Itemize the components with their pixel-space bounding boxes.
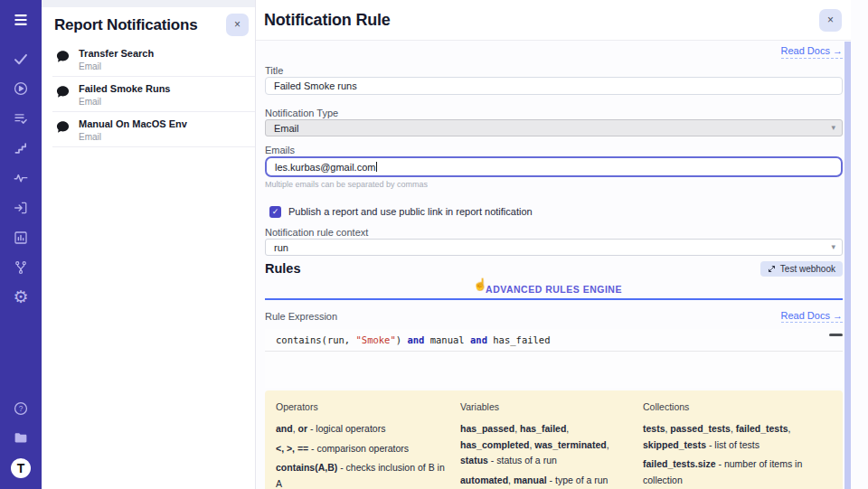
rule-panel-header: Notification Rule × — [256, 0, 851, 41]
app-sidebar: ⚙ ? T — [0, 0, 42, 489]
branch-icon[interactable] — [13, 259, 29, 276]
close-panel-button[interactable]: × — [226, 14, 249, 36]
context-select[interactable]: run ▾ — [265, 239, 843, 256]
help-entry: automated, manual - type of a run — [460, 473, 630, 489]
svg-text:?: ? — [19, 405, 24, 413]
tasks-check-icon[interactable] — [13, 51, 29, 67]
notification-type: Email — [79, 61, 154, 71]
title-label: Title — [265, 65, 843, 77]
expression-help-box: Operatorsand, or - logical operators<, >… — [265, 390, 843, 489]
test-webhook-button[interactable]: Test webhook — [760, 261, 843, 277]
emails-label: Emails — [265, 145, 843, 156]
play-circle-icon[interactable] — [13, 80, 29, 97]
help-icon[interactable]: ? — [13, 400, 29, 417]
notification-item-text: Manual On MacOS Env Email — [79, 118, 187, 142]
rule-expression-editor[interactable]: contains(run, "Smoke") and manual and ha… — [265, 329, 843, 388]
projects-folder-icon[interactable] — [13, 429, 29, 446]
read-docs-link[interactable]: Read Docs → — [781, 45, 843, 59]
code-line[interactable]: contains(run, "Smoke") and manual and ha… — [265, 329, 843, 352]
help-entry: failed_tests.size - number of items in c… — [643, 456, 832, 488]
help-column: Variableshas_passed, has_failed, has_com… — [460, 401, 630, 489]
import-icon[interactable] — [13, 200, 29, 216]
pulse-icon[interactable] — [13, 170, 29, 186]
notification-title: Failed Smoke Runs — [79, 82, 170, 95]
notification-type: Email — [79, 132, 187, 142]
rule-expression-label: Rule Expression — [265, 311, 337, 322]
notification-list-item[interactable]: Transfer Search Email — [52, 42, 255, 77]
app-logo[interactable]: T — [11, 458, 31, 478]
notification-type-value: Email — [274, 123, 299, 134]
tab-underline — [265, 298, 843, 300]
notification-list: Transfer Search Email Failed Smoke Runs … — [42, 42, 255, 147]
settings-gear-icon[interactable]: ⚙ — [13, 289, 29, 306]
help-column-title: Collections — [643, 401, 832, 412]
help-column-title: Variables — [460, 401, 630, 412]
test-webhook-label: Test webhook — [780, 264, 835, 274]
notification-rule-panel: Notification Rule × Read Docs → Title Fa… — [256, 0, 851, 489]
page-title: Notification Rule — [264, 11, 391, 30]
notification-title: Manual On MacOS Env — [79, 118, 187, 130]
vertical-scrollbar[interactable] — [844, 42, 851, 489]
analytics-icon[interactable] — [13, 230, 29, 246]
emails-value: les.kurbas@gmail.com — [275, 162, 375, 173]
menu-icon[interactable] — [13, 12, 29, 28]
notification-item-text: Transfer Search Email — [79, 47, 154, 71]
notification-type-select[interactable]: Email ▾ — [265, 119, 843, 136]
title-input[interactable]: Failed Smoke runs — [265, 77, 843, 95]
report-notifications-panel: Report Notifications × Transfer Search E… — [42, 0, 256, 489]
tab-advanced-rules-engine[interactable]: ADVANCED RULES ENGINE — [486, 284, 622, 295]
help-entry: has_passed, has_failed, has_completed, w… — [460, 421, 630, 469]
chat-bubble-icon — [56, 50, 70, 63]
notification-list-item[interactable]: Failed Smoke Runs Email — [52, 77, 255, 112]
chat-bubble-icon — [56, 85, 70, 99]
notification-item-text: Failed Smoke Runs Email — [79, 82, 170, 107]
docs-row: Read Docs → — [265, 45, 843, 59]
help-entry: and, or - logical operators — [276, 421, 448, 437]
rules-heading: Rules — [265, 261, 301, 276]
help-column: Collectionstests, passed_tests, failed_t… — [643, 401, 832, 489]
notification-list-item[interactable]: Manual On MacOS Env Email — [52, 112, 255, 147]
emails-hint: Multiple emails can be separated by comm… — [265, 180, 843, 190]
emails-input[interactable]: les.kurbas@gmail.com — [265, 156, 843, 177]
chevron-down-icon: ▾ — [831, 242, 835, 251]
help-entry: contains(A,B) - checks inclusion of B in… — [276, 460, 448, 489]
sidebar-bottom: ? T — [11, 400, 31, 478]
chevron-down-icon: ▾ — [831, 123, 835, 132]
expand-arrows-icon — [768, 265, 776, 273]
rules-header-row: Rules Test webhook — [265, 260, 843, 277]
publish-checkbox-row[interactable]: ✓ Publish a report and use public link i… — [265, 205, 843, 218]
rules-tab-row: ☝ ADVANCED RULES ENGINE — [265, 280, 843, 293]
help-entry: tests, passed_tests, failed_tests, skipp… — [643, 421, 832, 453]
publish-checkbox[interactable]: ✓ — [269, 206, 281, 218]
read-docs-link-rules[interactable]: Read Docs → — [781, 310, 843, 323]
notification-title: Transfer Search — [79, 47, 154, 60]
help-column: Operatorsand, or - logical operators<, >… — [276, 401, 448, 489]
mouse-cursor-icon: ☝ — [473, 277, 487, 291]
notification-type: Email — [79, 97, 170, 107]
close-rule-button[interactable]: × — [819, 9, 842, 32]
context-value: run — [274, 242, 288, 253]
panel-title: Report Notifications — [54, 14, 197, 36]
rule-form: Read Docs → Title Failed Smoke runs Noti… — [256, 45, 851, 489]
test-list-icon[interactable] — [13, 110, 29, 127]
chat-bubble-icon — [56, 120, 70, 134]
steps-icon[interactable] — [13, 140, 29, 156]
help-entry: <, >, == - comparison operators — [276, 441, 448, 457]
notification-type-label: Notification Type — [265, 108, 843, 119]
sidebar-nav: ⚙ — [13, 51, 29, 306]
context-label: Notification rule context — [265, 227, 843, 239]
panel-header: Report Notifications × — [42, 7, 255, 42]
rule-expression-row: Rule Expression Read Docs → — [265, 310, 843, 323]
text-caret — [376, 162, 377, 172]
help-column-title: Operators — [276, 401, 448, 412]
editor-scrollbar-thumb[interactable] — [829, 334, 843, 336]
publish-checkbox-label: Publish a report and use public link in … — [288, 206, 533, 217]
